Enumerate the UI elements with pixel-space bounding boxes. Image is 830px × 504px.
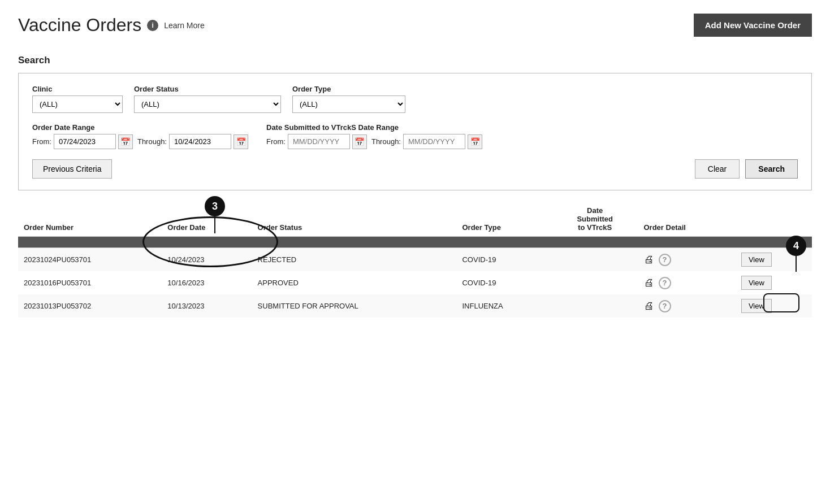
results-area: 3 4 Order Number Order Date Order Status… — [18, 202, 812, 318]
cell-view: View — [736, 294, 812, 318]
col-header-order-type: Order Type — [456, 202, 551, 237]
help-icon[interactable]: ? — [659, 300, 671, 312]
info-icon[interactable]: i — [147, 20, 158, 31]
print-icon[interactable]: 🖨 — [644, 254, 654, 266]
clinic-filter-group: Clinic (ALL) — [32, 85, 123, 113]
col-header-order-detail: Order Detail — [638, 202, 736, 237]
cell-order-status: SUBMITTED FOR APPROVAL — [252, 294, 457, 318]
order-date-range-group: Order Date Range From: 📅 Through: 📅 — [32, 123, 248, 149]
cell-date-submitted — [552, 294, 638, 318]
print-icon[interactable]: 🖨 — [644, 300, 654, 312]
vtrck-date-inputs: From: 📅 Through: 📅 — [266, 134, 482, 149]
vtrck-date-range-group: Date Submitted to VTrckS Date Range From… — [266, 123, 482, 149]
clear-button[interactable]: Clear — [695, 159, 740, 179]
page-title-row: Vaccine Orders i Learn More — [18, 15, 205, 36]
view-button[interactable]: View — [741, 299, 772, 313]
cell-order-number: 20231024PU053701 — [18, 248, 162, 272]
learn-more-link[interactable]: Learn More — [164, 21, 205, 30]
table-row: 20231024PU05370110/24/2023REJECTEDCOVID-… — [18, 248, 812, 272]
table-row: 20231013PU05370210/13/2023SUBMITTED FOR … — [18, 294, 812, 318]
results-table: Order Number Order Date Order Status Ord… — [18, 202, 812, 318]
order-status-label: Order Status — [134, 85, 281, 93]
cell-order-number: 20231016PU053701 — [18, 271, 162, 294]
cell-order-type: COVID-19 — [456, 271, 551, 294]
page-header: Vaccine Orders i Learn More Add New Vacc… — [18, 14, 812, 37]
col-header-actions — [736, 202, 812, 237]
col-header-order-status: Order Status — [252, 202, 457, 237]
col-header-order-date: Order Date — [162, 202, 252, 237]
cell-order-status: APPROVED — [252, 271, 457, 294]
cell-order-number: 20231013PU053702 — [18, 294, 162, 318]
vtrck-from-label: From: — [266, 137, 286, 146]
table-dark-bar-row — [18, 237, 812, 248]
order-type-label: Order Type — [292, 85, 405, 93]
cell-order-type: INFLUENZA — [456, 294, 551, 318]
search-section-title: Search — [18, 55, 812, 66]
order-through-label: Through: — [137, 137, 167, 146]
view-button[interactable]: View — [741, 253, 772, 267]
vtrck-from-wrapper: From: 📅 — [266, 134, 367, 149]
date-range-row: Order Date Range From: 📅 Through: 📅 Date… — [32, 123, 798, 149]
cell-order-detail: 🖨? — [638, 271, 736, 294]
filter-row: Clinic (ALL) Order Status (ALL) Order Ty… — [32, 85, 798, 113]
col-header-date-submitted: DateSubmittedto VTrckS — [552, 202, 638, 237]
vtrck-date-range-label: Date Submitted to VTrckS Date Range — [266, 123, 482, 132]
vtrck-from-calendar-icon[interactable]: 📅 — [352, 134, 367, 149]
print-icon[interactable]: 🖨 — [644, 277, 654, 289]
vtrck-through-input[interactable] — [403, 134, 465, 149]
order-date-range-label: Order Date Range — [32, 123, 248, 132]
clinic-select[interactable]: (ALL) — [32, 95, 123, 113]
cell-order-detail: 🖨? — [638, 248, 736, 272]
dark-bar-left — [18, 237, 456, 248]
order-through-calendar-icon[interactable]: 📅 — [234, 134, 248, 149]
order-from-wrapper: From: 📅 — [32, 134, 133, 149]
help-icon[interactable]: ? — [659, 277, 671, 289]
cell-date-submitted — [552, 248, 638, 272]
vtrck-through-calendar-icon[interactable]: 📅 — [468, 134, 482, 149]
cell-order-detail: 🖨? — [638, 294, 736, 318]
page-title: Vaccine Orders — [18, 15, 141, 36]
clinic-label: Clinic — [32, 85, 123, 93]
cell-order-date: 10/24/2023 — [162, 248, 252, 272]
cell-order-type: COVID-19 — [456, 248, 551, 272]
order-through-input[interactable] — [169, 134, 231, 149]
cell-order-status: REJECTED — [252, 248, 457, 272]
cell-order-date: 10/13/2023 — [162, 294, 252, 318]
cell-date-submitted — [552, 271, 638, 294]
dark-bar-right — [456, 237, 812, 248]
add-new-vaccine-order-button[interactable]: Add New Vaccine Order — [694, 14, 812, 37]
help-icon[interactable]: ? — [659, 254, 671, 266]
order-through-wrapper: Through: 📅 — [137, 134, 248, 149]
search-action-row: Previous Criteria Clear Search — [32, 159, 798, 179]
view-button[interactable]: View — [741, 276, 772, 290]
vtrck-through-label: Through: — [371, 137, 401, 146]
col-header-order-number: Order Number — [18, 202, 162, 237]
cell-view: View — [736, 248, 812, 272]
table-header-row: Order Number Order Date Order Status Ord… — [18, 202, 812, 237]
order-type-select[interactable]: (ALL) — [292, 95, 405, 113]
action-buttons-right: Clear Search — [695, 159, 798, 179]
order-type-filter-group: Order Type (ALL) — [292, 85, 405, 113]
vtrck-from-input[interactable] — [288, 134, 350, 149]
order-from-input[interactable] — [54, 134, 116, 149]
order-status-select[interactable]: (ALL) — [134, 95, 281, 113]
search-button[interactable]: Search — [745, 159, 798, 179]
order-from-label: From: — [32, 137, 51, 146]
previous-criteria-button[interactable]: Previous Criteria — [32, 159, 112, 179]
order-date-inputs: From: 📅 Through: 📅 — [32, 134, 248, 149]
order-status-filter-group: Order Status (ALL) — [134, 85, 281, 113]
cell-order-date: 10/16/2023 — [162, 271, 252, 294]
search-box: Clinic (ALL) Order Status (ALL) Order Ty… — [18, 73, 812, 190]
vtrck-through-wrapper: Through: 📅 — [371, 134, 482, 149]
table-row: 20231016PU05370110/16/2023APPROVEDCOVID-… — [18, 271, 812, 294]
order-from-calendar-icon[interactable]: 📅 — [118, 134, 133, 149]
cell-view: View — [736, 271, 812, 294]
